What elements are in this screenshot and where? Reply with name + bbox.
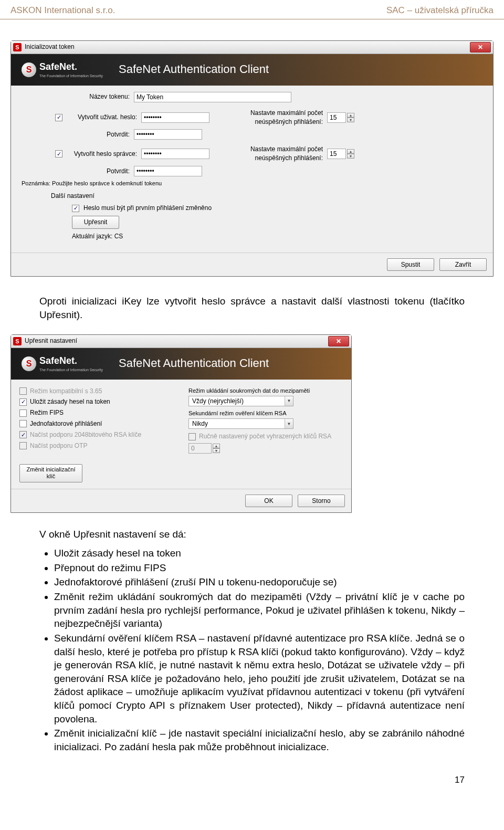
page-header: ASKON International s.r.o. SAC – uživate… bbox=[0, 0, 504, 19]
max-fail-input-2[interactable] bbox=[327, 149, 346, 159]
header-left: ASKON International s.r.o. bbox=[10, 4, 115, 17]
change-init-key-line1: Změnit inicializační bbox=[27, 466, 76, 472]
compat-365-label: Režim kompatibilní s 3.65 bbox=[30, 387, 102, 396]
secondary-rsa-label: Sekundární režim ověření klíčem RSA bbox=[188, 409, 343, 417]
single-factor-label: Jednofaktorové přihlášení bbox=[30, 419, 102, 428]
cancel-button[interactable]: Storno bbox=[298, 495, 345, 508]
logo-icon: S bbox=[22, 356, 36, 371]
change-init-key-button[interactable]: Změnit inicializační klíč bbox=[19, 464, 82, 482]
refine-button[interactable]: Upřesnit bbox=[72, 216, 119, 229]
section-intro: V okně Upřesnit nastavení se dá: bbox=[39, 528, 465, 541]
cache-mode-label: Režim ukládání soukromých dat do mezipam… bbox=[188, 387, 343, 395]
banner: S SafeNet. The Foundation of Information… bbox=[11, 348, 351, 380]
token-name-label: Název tokenu: bbox=[19, 92, 130, 101]
header-right: SAC – uživatelská příručka bbox=[386, 4, 494, 17]
dialog-refine-settings: S Upřesnit nastavení ✕ S SafeNet. The Fo… bbox=[10, 334, 352, 513]
dialog-initialize-token: S Inicializovat token ✕ S SafeNet. The F… bbox=[10, 40, 494, 277]
banner-title: SafeNet Authentication Client bbox=[119, 355, 269, 372]
admin-pw-confirm-label: Potvrdit: bbox=[19, 167, 130, 176]
section-text: V okně Upřesnit nastavení se dá: Uložit … bbox=[0, 520, 504, 762]
logo-icon: S bbox=[22, 62, 36, 77]
start-button[interactable]: Spustit bbox=[387, 258, 434, 271]
compat-365-checkbox[interactable] bbox=[19, 387, 27, 395]
logo-subtext: The Foundation of Information Security bbox=[39, 367, 103, 373]
list-item: Změnit inicializační klíč – jde nastavit… bbox=[54, 727, 465, 753]
list-item: Změnit režim ukládání soukromých dat do … bbox=[54, 590, 465, 631]
max-fail-label-1: Nastavte maximální počet neúspěšných při… bbox=[239, 109, 323, 127]
banner-title: SafeNet Authentication Client bbox=[119, 61, 269, 78]
titlebar: S Upřesnit nastavení ✕ bbox=[11, 335, 351, 348]
close-button[interactable]: Zavřít bbox=[439, 258, 487, 271]
banner: S SafeNet. The Foundation of Information… bbox=[11, 54, 493, 86]
spinner-down-icon[interactable]: ▼ bbox=[213, 448, 220, 453]
logo: S SafeNet. The Foundation of Information… bbox=[22, 354, 103, 373]
change-on-first-login-checkbox[interactable]: ✓ bbox=[72, 205, 79, 212]
create-admin-pw-label: Vytvořit heslo správce: bbox=[67, 150, 137, 159]
chevron-down-icon[interactable]: ▼ bbox=[285, 396, 293, 406]
window-title: Inicializovat token bbox=[25, 43, 470, 51]
manual-rsa-count-label: Ručně nastavený počet vyhrazených klíčů … bbox=[199, 432, 331, 441]
page-number: 17 bbox=[0, 762, 504, 797]
user-pw-confirm-label: Potvrdit: bbox=[19, 130, 130, 139]
create-admin-pw-checkbox[interactable]: ✓ bbox=[55, 150, 62, 157]
user-pw-confirm-input[interactable] bbox=[134, 129, 202, 140]
create-user-pw-checkbox[interactable]: ✓ bbox=[55, 114, 62, 121]
list-item: Uložit zásady hesel na token bbox=[54, 547, 465, 560]
fips-mode-label: Režim FIPS bbox=[30, 408, 64, 417]
window-title: Upřesnit nastavení bbox=[25, 337, 328, 345]
paragraph-1-text: Oproti inicializaci iKey lze vytvořit he… bbox=[39, 295, 465, 321]
save-pw-policy-checkbox[interactable]: ✓ bbox=[19, 398, 27, 406]
single-factor-checkbox[interactable] bbox=[19, 420, 27, 427]
secondary-rsa-combo[interactable]: Nikdy ▼ bbox=[188, 418, 293, 429]
admin-pw-input[interactable] bbox=[141, 149, 209, 159]
manual-rsa-count-checkbox[interactable] bbox=[188, 433, 196, 440]
change-init-key-line2: klíč bbox=[47, 473, 56, 479]
note-text: Poznámka: Použijte heslo správce k odemk… bbox=[22, 180, 485, 187]
ok-button[interactable]: OK bbox=[245, 495, 292, 508]
app-icon: S bbox=[13, 337, 22, 345]
admin-pw-confirm-input[interactable] bbox=[134, 166, 202, 176]
section-list: Uložit zásady hesel na token Přepnout do… bbox=[54, 547, 465, 754]
spinner-up-icon[interactable]: ▲ bbox=[347, 149, 354, 154]
titlebar: S Inicializovat token ✕ bbox=[11, 41, 493, 54]
logo: S SafeNet. The Foundation of Information… bbox=[22, 60, 103, 79]
spinner-down-icon[interactable]: ▼ bbox=[347, 118, 354, 122]
chevron-down-icon[interactable]: ▼ bbox=[285, 419, 293, 428]
otp-support-checkbox[interactable] bbox=[19, 442, 27, 449]
token-name-input[interactable] bbox=[134, 92, 291, 102]
logo-subtext: The Foundation of Information Security bbox=[39, 73, 103, 79]
list-item: Přepnout do režimu FIPS bbox=[54, 561, 465, 575]
close-icon[interactable]: ✕ bbox=[328, 336, 349, 346]
rsa2048-checkbox[interactable]: ✓ bbox=[19, 431, 27, 438]
spinner-down-icon[interactable]: ▼ bbox=[347, 154, 354, 159]
more-settings-label: Další nastavení bbox=[51, 192, 485, 201]
user-pw-input[interactable] bbox=[141, 112, 209, 123]
app-icon: S bbox=[13, 43, 22, 51]
rsa2048-label: Načíst podporu 2048bitového RSA klíče bbox=[30, 430, 141, 439]
max-fail-input-1[interactable] bbox=[327, 112, 346, 123]
manual-rsa-count-input[interactable] bbox=[188, 443, 212, 454]
paragraph-1: Oproti inicializaci iKey lze vytvořit he… bbox=[0, 287, 504, 334]
cache-mode-value: Vždy (nejrychlejší) bbox=[189, 397, 285, 406]
current-language-label: Aktuální jazyk: CS bbox=[72, 232, 123, 241]
change-on-first-login-label: Heslo musí být při prvním přihlášení změ… bbox=[83, 204, 212, 213]
otp-support-label: Načíst podporu OTP bbox=[30, 442, 87, 450]
logo-text: SafeNet. bbox=[39, 354, 103, 367]
logo-text: SafeNet. bbox=[39, 60, 103, 73]
secondary-rsa-value: Nikdy bbox=[189, 419, 285, 428]
list-item: Sekundární ověření klíčem RSA – nastaven… bbox=[54, 632, 465, 726]
create-user-pw-label: Vytvořit uživat. heslo: bbox=[67, 113, 137, 122]
list-item: Jednofaktorové přihlášení (zruší PIN u t… bbox=[54, 575, 465, 589]
spinner-up-icon[interactable]: ▲ bbox=[213, 444, 220, 448]
save-pw-policy-label: Uložit zásady hesel na token bbox=[30, 397, 110, 406]
close-icon[interactable]: ✕ bbox=[470, 42, 491, 52]
cache-mode-combo[interactable]: Vždy (nejrychlejší) ▼ bbox=[188, 396, 293, 406]
max-fail-label-2: Nastavte maximální počet neúspěšných při… bbox=[239, 145, 323, 163]
fips-mode-checkbox[interactable] bbox=[19, 409, 27, 417]
spinner-up-icon[interactable]: ▲ bbox=[347, 113, 354, 118]
